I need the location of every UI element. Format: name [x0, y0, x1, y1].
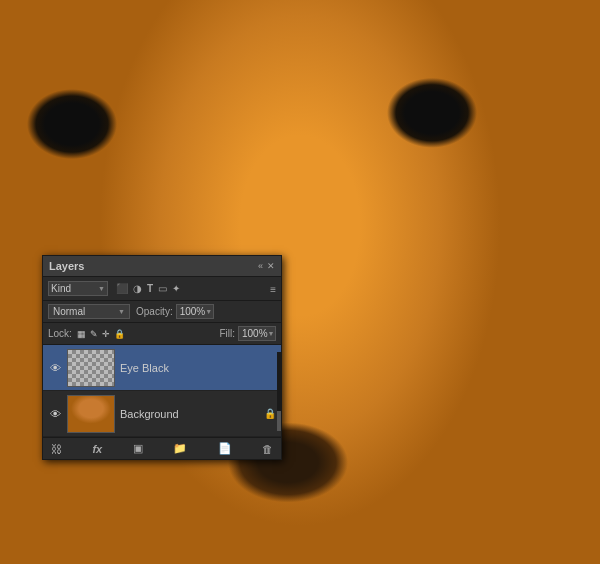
fill-value-text: 100% [242, 328, 268, 339]
opacity-chevron-icon: ▼ [205, 308, 212, 315]
panel-header: Layers « ✕ [43, 256, 281, 277]
blend-chevron-icon: ▼ [118, 308, 125, 315]
blend-opacity-row: Normal ▼ Opacity: 100% ▼ [43, 301, 281, 323]
type-filter-icon[interactable]: T [147, 283, 153, 294]
lock-icons: ▦ ✎ ✛ 🔒 [77, 329, 125, 339]
panel-title: Layers [49, 260, 84, 272]
link-layers-button[interactable]: ⛓ [51, 443, 62, 455]
layer-thumbnail [67, 349, 115, 387]
layer-item[interactable]: 👁 Background 🔒 [43, 391, 281, 437]
layer-visibility-icon[interactable]: 👁 [48, 408, 62, 420]
pixel-filter-icon[interactable]: ⬛ [116, 283, 128, 294]
fill-label: Fill: [219, 328, 235, 339]
new-layer-button[interactable]: 📄 [218, 442, 232, 455]
lock-row: Lock: ▦ ✎ ✛ 🔒 Fill: 100% ▼ [43, 323, 281, 345]
panel-close-button[interactable]: ✕ [267, 261, 275, 271]
layers-scrollbar[interactable] [277, 352, 281, 431]
scrollbar-thumb[interactable] [277, 411, 281, 431]
layers-panel: Layers « ✕ Kind ▼ ⬛ ◑ T ▭ ✦ ≡ [42, 255, 282, 460]
delete-layer-button[interactable]: 🗑 [262, 443, 273, 455]
panel-menu-button[interactable]: ≡ [270, 282, 276, 296]
smart-filter-icon[interactable]: ✦ [172, 283, 180, 294]
fill-chevron-icon: ▼ [268, 330, 275, 337]
fill-input[interactable]: 100% ▼ [238, 326, 276, 341]
new-fill-layer-button[interactable]: ▣ [133, 442, 143, 455]
checkerboard-pattern [68, 350, 114, 386]
kind-chevron-icon: ▼ [98, 285, 105, 292]
opacity-input[interactable]: 100% ▼ [176, 304, 214, 319]
kind-select[interactable]: Kind ▼ [48, 281, 108, 296]
lock-label: Lock: [48, 328, 72, 339]
adjustment-filter-icon[interactable]: ◑ [133, 283, 142, 294]
lock-image-icon[interactable]: ✎ [90, 329, 98, 339]
panel-collapse-button[interactable]: « [258, 261, 263, 271]
layer-effects-button[interactable]: fx [92, 443, 102, 455]
kind-label: Kind [51, 283, 71, 294]
dog-thumbnail [68, 396, 114, 432]
layer-name: Background [120, 408, 259, 420]
layer-item[interactable]: 👁 Eye Black [43, 345, 281, 391]
layer-lock-icon: 🔒 [264, 408, 276, 419]
opacity-row: Opacity: 100% ▼ [136, 304, 214, 319]
lock-position-icon[interactable]: ✛ [102, 329, 110, 339]
shape-filter-icon[interactable]: ▭ [158, 283, 167, 294]
new-group-button[interactable]: 📁 [173, 442, 187, 455]
panel-footer: ⛓ fx ▣ 📁 📄 🗑 [43, 437, 281, 459]
opacity-label: Opacity: [136, 306, 173, 317]
layer-name: Eye Black [120, 362, 276, 374]
layer-thumbnail [67, 395, 115, 433]
lock-all-icon[interactable]: 🔒 [114, 329, 125, 339]
fill-section: Fill: 100% ▼ [219, 326, 276, 341]
blend-mode-select[interactable]: Normal ▼ [48, 304, 130, 319]
lock-pixels-icon[interactable]: ▦ [77, 329, 86, 339]
filter-row: Kind ▼ ⬛ ◑ T ▭ ✦ ≡ [43, 277, 281, 301]
opacity-value-text: 100% [180, 306, 206, 317]
filter-icons: ⬛ ◑ T ▭ ✦ [116, 283, 180, 294]
layers-list: 👁 Eye Black 👁 Background 🔒 [43, 345, 281, 437]
layer-visibility-icon[interactable]: 👁 [48, 362, 62, 374]
blend-mode-value: Normal [53, 306, 85, 317]
panel-controls: « ✕ [258, 261, 275, 271]
